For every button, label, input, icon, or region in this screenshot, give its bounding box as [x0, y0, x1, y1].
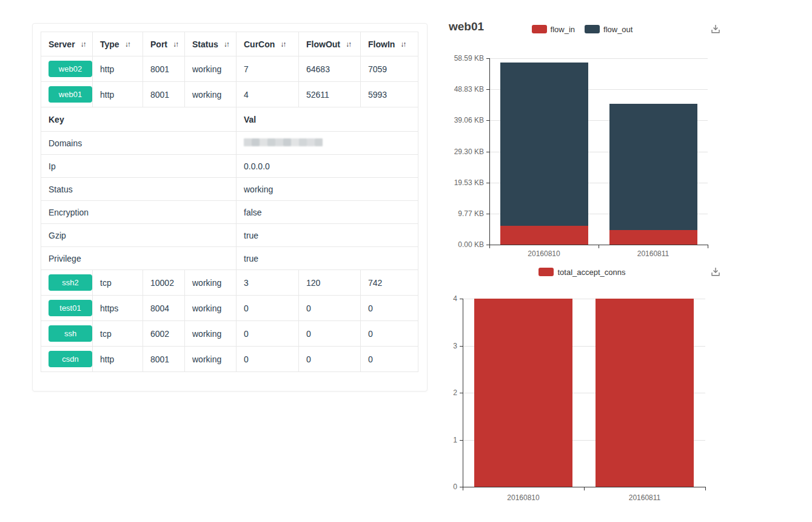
server-button-ssh2[interactable]: ssh2 [49, 274, 92, 291]
detail-val-header: Val [237, 107, 418, 132]
table-row: sshtcp6002working000 [41, 321, 418, 347]
y-axis-tick [460, 299, 463, 299]
server-button-web02[interactable]: web02 [49, 61, 92, 77]
flowout-cell: 120 [299, 270, 361, 296]
server-button-csdn[interactable]: csdn [49, 351, 92, 367]
redacted-block [267, 138, 275, 146]
x-axis-label: 20160810 [489, 249, 599, 258]
sort-icon[interactable]: ↓↑ [173, 40, 178, 49]
curcon-cell: 0 [237, 296, 299, 321]
y-axis-label: 4 [439, 294, 457, 303]
download-icon[interactable] [709, 22, 722, 36]
detail-key-cell: Status [41, 178, 237, 201]
column-header-server[interactable]: Server↓↑ [41, 32, 93, 56]
status-cell: working [185, 82, 237, 107]
y-axis-line [489, 58, 490, 245]
column-header-label: FlowIn [368, 39, 395, 49]
y-axis-label: 0 [439, 483, 457, 491]
flow-chart: 0.00 KB9.77 KB19.53 KB29.30 KB39.06 KB48… [437, 49, 722, 263]
port-cell: 8004 [143, 296, 185, 321]
type-cell: tcp [93, 270, 143, 296]
y-axis-tick [486, 58, 489, 59]
flowout-cell: 64683 [299, 56, 361, 82]
legend-swatch [539, 268, 554, 276]
detail-row: Gziptrue [41, 224, 418, 247]
y-axis-tick [460, 346, 463, 347]
column-header-port[interactable]: Port↓↑ [143, 32, 185, 56]
dashboard: Server↓↑Type↓↑Port↓↑Status↓↑CurCon↓↑Flow… [0, 0, 812, 522]
flowin-cell: 7059 [361, 56, 418, 82]
detail-key-cell: Privilege [41, 247, 237, 270]
y-axis-label: 9.77 KB [437, 209, 484, 218]
redacted-block [291, 138, 299, 146]
x-axis-tick [599, 245, 599, 248]
type-cell: http [93, 56, 143, 82]
sort-icon[interactable]: ↓↑ [400, 40, 405, 49]
detail-key-cell: Encryption [41, 201, 237, 224]
table-header-row: Server↓↑Type↓↑Port↓↑Status↓↑CurCon↓↑Flow… [41, 32, 418, 56]
x-axis-tick [584, 487, 585, 490]
y-axis-label: 2 [439, 388, 457, 397]
detail-key-cell: Ip [41, 155, 237, 178]
flowin-cell: 5993 [361, 82, 418, 107]
servers-card: Server↓↑Type↓↑Port↓↑Status↓↑CurCon↓↑Flow… [32, 23, 428, 392]
column-header-status[interactable]: Status↓↑ [185, 32, 237, 56]
server-cell: test01 [41, 296, 93, 321]
status-cell: working [185, 270, 237, 296]
curcon-cell: 0 [237, 321, 299, 347]
detail-val-cell: 0.0.0.0 [237, 155, 418, 178]
y-axis-line [463, 299, 463, 487]
y-axis-tick [486, 152, 489, 152]
legend-label: total_accept_conns [557, 268, 625, 277]
legend-label: flow_out [603, 25, 632, 34]
x-axis-tick [489, 245, 490, 248]
server-button-web01[interactable]: web01 [49, 86, 92, 103]
flowin-cell: 0 [361, 321, 418, 347]
redacted-block [299, 138, 307, 146]
server-cell: csdn [41, 347, 93, 372]
bar-flow_out-20160811 [609, 104, 697, 230]
detail-row: Encryptionfalse [41, 201, 418, 224]
bar-flow_in-20160810 [500, 226, 588, 245]
column-header-label: Type [100, 39, 119, 49]
y-axis-tick [460, 393, 463, 393]
column-header-label: Server [49, 39, 75, 49]
sort-icon[interactable]: ↓↑ [346, 40, 351, 49]
bar-total_accept_conns-20160810 [474, 299, 572, 487]
sort-icon[interactable]: ↓↑ [280, 40, 285, 49]
type-cell: http [93, 82, 143, 107]
x-axis-label: 20160811 [584, 493, 705, 502]
server-button-ssh[interactable]: ssh [49, 325, 92, 342]
redacted-block [252, 138, 260, 146]
type-cell: https [93, 296, 143, 321]
column-header-label: CurCon [244, 39, 275, 49]
sort-icon[interactable]: ↓↑ [224, 40, 229, 49]
legend-item-total_accept_conns[interactable]: total_accept_conns [539, 268, 625, 277]
column-header-curcon[interactable]: CurCon↓↑ [237, 32, 299, 56]
detail-val-cell [237, 132, 418, 155]
legend-item-flow_in[interactable]: flow_in [532, 25, 575, 34]
status-cell: working [185, 296, 237, 321]
flow-chart-legend: flow_inflow_out [449, 24, 716, 35]
type-cell: http [93, 347, 143, 372]
column-header-type[interactable]: Type↓↑ [93, 32, 143, 56]
column-header-flowin[interactable]: FlowIn↓↑ [361, 32, 418, 56]
download-icon-glyph [709, 22, 722, 36]
status-cell: working [185, 56, 237, 82]
server-button-test01[interactable]: test01 [49, 300, 92, 316]
legend-swatch [585, 25, 600, 33]
sort-icon[interactable]: ↓↑ [81, 40, 86, 49]
flowin-cell: 742 [361, 270, 418, 296]
detail-key-cell: Gzip [41, 224, 237, 247]
detail-val-cell: true [237, 224, 418, 247]
server-cell: web02 [41, 56, 93, 82]
detail-key-cell: Domains [41, 132, 237, 155]
download-icon[interactable] [709, 265, 722, 279]
sort-icon[interactable]: ↓↑ [125, 40, 130, 49]
conns-chart: 012342016081020160811 [437, 285, 722, 510]
curcon-cell: 0 [237, 347, 299, 372]
detail-val-cell: true [237, 247, 418, 270]
y-axis-label: 58.59 KB [437, 54, 484, 63]
column-header-flowout[interactable]: FlowOut↓↑ [299, 32, 361, 56]
legend-item-flow_out[interactable]: flow_out [585, 25, 632, 34]
